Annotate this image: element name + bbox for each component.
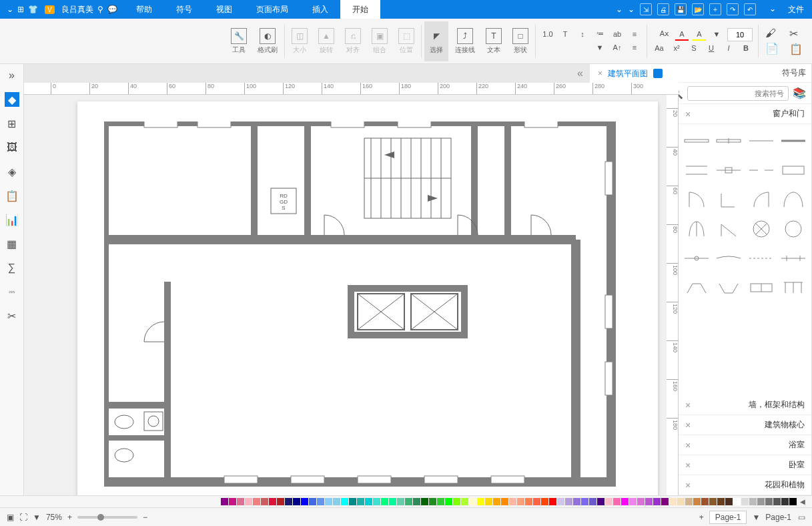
spacing-icon[interactable]: ↕ [576,29,589,41]
select-button[interactable]: ◤选择 [424,21,448,61]
color-swatch[interactable] [277,498,284,505]
group-button[interactable]: ▣组合 [368,21,392,61]
color-swatch[interactable] [709,498,717,505]
color-swatch[interactable] [549,498,556,505]
symbol-item[interactable] [683,275,711,300]
link-tool-icon[interactable]: ⎓ [5,284,19,299]
color-swatch[interactable] [389,498,396,505]
text-button[interactable]: T文本 [482,21,506,61]
color-swatch[interactable] [317,498,324,505]
clear-format-icon[interactable]: Aⅹ [658,29,671,41]
color-swatch[interactable] [605,498,613,505]
symbol-item[interactable] [779,246,807,271]
connector-button[interactable]: ⤴连接线 [451,21,479,61]
symbol-item[interactable] [715,275,743,300]
user-name[interactable]: 良吕真美 [61,4,93,15]
menu-file[interactable]: 文件 [788,4,804,15]
color-swatch[interactable] [365,498,372,505]
font-dropdown[interactable]: ▼ [710,29,723,41]
highlight-icon[interactable]: A [693,29,706,41]
align-v-icon[interactable]: ≡ [628,42,641,54]
close-icon[interactable]: × [685,109,691,119]
fit-icon[interactable]: ⛶ [19,513,27,522]
symbol-item[interactable] [683,158,711,183]
color-swatch[interactable] [565,498,572,505]
formula-tool-icon[interactable]: ∑ [5,260,19,275]
symbol-item[interactable] [779,158,807,183]
canvas[interactable]: RD GD S [24,95,667,495]
open-icon[interactable]: 📂 [692,3,704,15]
color-swatch[interactable] [781,498,789,505]
color-swatch[interactable] [509,498,516,505]
new-icon[interactable]: + [709,3,721,15]
color-swatch[interactable] [637,498,645,505]
chevron-down-icon[interactable]: ⌄ [769,4,776,15]
cut-icon[interactable]: ✂ [789,27,803,40]
color-swatch[interactable] [245,498,252,505]
color-swatch[interactable] [413,498,420,505]
tools-button[interactable]: 🔧工具 [227,21,251,61]
rotate-button[interactable]: ▲旋转 [314,21,338,61]
zoom-dropdown-icon[interactable]: ▼ [33,513,41,522]
color-swatch[interactable] [693,498,701,505]
color-swatch[interactable] [397,498,404,505]
color-swatch[interactable] [677,498,685,505]
page-tab[interactable]: Page-1 [709,511,747,524]
strike-icon[interactable]: S [687,43,701,55]
color-swatch[interactable] [429,498,436,505]
symbol-item[interactable] [747,187,775,212]
color-swatch[interactable] [765,498,773,505]
fullscreen-icon[interactable]: ▣ [7,513,14,522]
color-swatch[interactable] [621,498,629,505]
case-icon[interactable]: Aa [653,43,666,55]
symbol-item[interactable] [715,158,743,183]
paint-icon[interactable]: 🖌 [765,27,779,39]
color-swatch[interactable] [725,498,733,505]
page-dropdown-icon[interactable]: ▼ [752,513,760,522]
underline-icon[interactable]: U [705,43,718,55]
export-icon[interactable]: ⇲ [640,3,652,15]
position-button[interactable]: ⬚位置 [394,21,418,61]
category-garden[interactable]: 花园和植物× [679,475,811,495]
color-swatch[interactable] [541,498,548,505]
style-button[interactable]: □形状 [508,21,532,61]
align-button[interactable]: ⎌对齐 [341,21,365,61]
color-swatch[interactable] [493,498,500,505]
tab-layout[interactable]: 页面布局 [244,0,300,19]
color-swatch[interactable] [469,498,476,505]
size-button[interactable]: ◫大小 [288,21,312,61]
tab-insert[interactable]: 插入 [300,0,340,19]
color-swatch[interactable] [445,498,452,505]
text-dir-icon[interactable]: ab [611,29,624,41]
color-swatch[interactable] [653,498,661,505]
color-swatch[interactable] [349,498,356,505]
color-swatch[interactable] [357,498,364,505]
grid-tool-icon[interactable]: ⊞ [5,116,19,131]
add-page-icon[interactable]: + [699,513,704,522]
color-swatch[interactable] [757,498,765,505]
color-swatch[interactable] [613,498,621,505]
color-swatch[interactable] [685,498,693,505]
zoom-in-icon[interactable]: + [67,513,72,522]
palette-chevron-icon[interactable]: ◀ [797,498,808,505]
tab-symbols[interactable]: 符号 [164,0,204,19]
redo-icon[interactable]: ↷ [727,3,739,15]
color-swatch[interactable] [597,498,604,505]
color-swatch[interactable] [269,498,276,505]
collab-icon[interactable]: ⚲ [97,5,103,14]
dropdown-icon[interactable]: ▼ [593,42,606,54]
color-swatch[interactable] [477,498,484,505]
color-swatch[interactable] [629,498,637,505]
color-swatch[interactable] [333,498,340,505]
color-swatch[interactable] [533,498,540,505]
color-swatch[interactable] [261,498,268,505]
symbol-search-input[interactable] [687,86,789,101]
symbol-item[interactable] [683,216,711,242]
chart-tool-icon[interactable]: 📊 [5,212,19,227]
text-icon[interactable]: T [558,29,572,41]
color-swatch[interactable] [373,498,380,505]
color-swatch[interactable] [701,498,709,505]
color-swatch[interactable] [557,498,564,505]
symbol-item[interactable] [715,187,743,212]
zoom-out-icon[interactable]: − [143,513,147,522]
